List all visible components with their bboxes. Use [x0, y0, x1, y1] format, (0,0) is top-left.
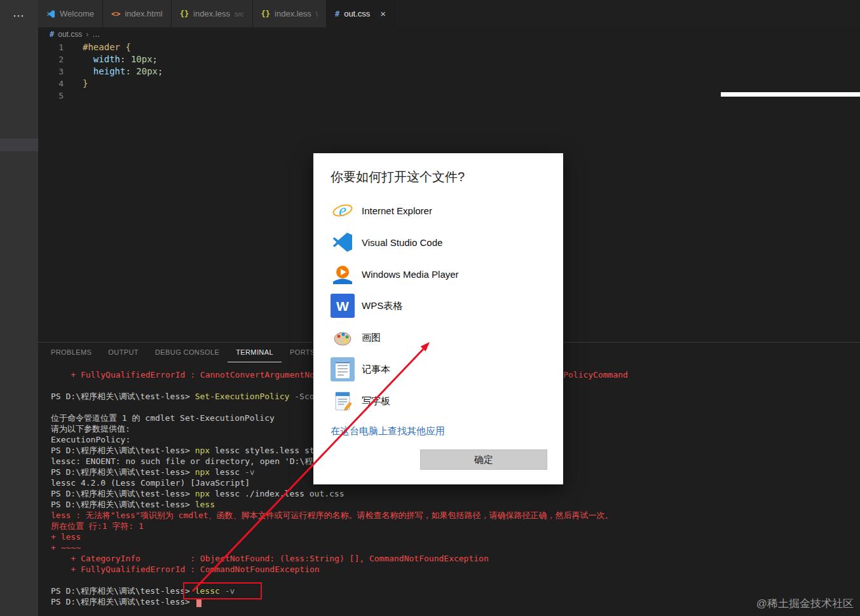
- panel-tab-problems[interactable]: PROBLEMS: [43, 344, 100, 362]
- wps-icon: W: [331, 294, 355, 318]
- app-option-wps[interactable]: WWPS表格: [313, 290, 563, 322]
- tab-label: index.html: [125, 9, 162, 18]
- terminal-line: [51, 575, 860, 585]
- svg-text:e: e: [339, 201, 346, 220]
- editor-line: 4}: [38, 78, 860, 90]
- line-number: 1: [38, 41, 64, 53]
- tab-index.html[interactable]: <>index.html: [103, 0, 172, 27]
- editor-line: 1#header {: [38, 41, 860, 53]
- editor-line: 2 width: 10px;: [38, 53, 860, 65]
- wmp-icon: [331, 262, 355, 286]
- chevron-right-icon: ›: [86, 30, 88, 39]
- tab-suffix: \: [316, 10, 318, 18]
- tab-label: out.css: [344, 9, 370, 18]
- app-option-ie[interactable]: eInternet Explorer: [313, 195, 563, 226]
- vscode-icon: [46, 10, 55, 18]
- code-text: height: 20px;: [64, 65, 163, 78]
- tab-index.less[interactable]: {}index.lesssrc: [172, 0, 253, 27]
- app-name: 画图: [362, 332, 381, 344]
- terminal-line: + FullyQualifiedErrorId : CommandNotFoun…: [51, 564, 860, 575]
- close-icon[interactable]: ×: [380, 8, 386, 19]
- editor-line: 3 height: 20px;: [38, 65, 860, 78]
- braces-icon: {}: [180, 10, 189, 18]
- terminal-line: + less: [51, 531, 860, 542]
- app-name: Internet Explorer: [362, 205, 432, 216]
- braces-icon: {}: [261, 10, 270, 18]
- editor-scrollbar[interactable]: [721, 92, 860, 97]
- html-icon: <>: [111, 10, 120, 18]
- ie-icon: e: [331, 198, 355, 222]
- wordpad-icon: [331, 389, 355, 413]
- terminal-line: PS D:\程序相关\调试\test-less>: [51, 596, 860, 607]
- tab-label: index.less: [275, 9, 311, 18]
- code-text: [64, 90, 83, 102]
- terminal-line: PS D:\程序相关\调试\test-less> lessc -v: [51, 585, 860, 596]
- app-name: 记事本: [362, 364, 390, 376]
- breadcrumb-more[interactable]: …: [92, 30, 100, 39]
- line-number: 4: [38, 78, 64, 90]
- tab-bar: Welcome<>index.html{}index.lesssrc{}inde…: [38, 0, 860, 27]
- app-list: eInternet ExplorerVisual Studio CodeWind…: [313, 195, 563, 417]
- line-number: 3: [38, 65, 64, 78]
- breadcrumb-file: out.css: [58, 30, 82, 39]
- terminal-line: less : 无法将"less"项识别为 cmdlet、函数、脚本文件或可运行程…: [51, 510, 860, 521]
- tab-label: index.less: [193, 9, 230, 18]
- terminal-line: PS D:\程序相关\调试\test-less> less: [51, 499, 860, 510]
- activity-bar-highlight: [0, 139, 38, 151]
- tab-label: Welcome: [60, 9, 94, 18]
- app-name: Windows Media Player: [362, 269, 459, 280]
- app-option-paint[interactable]: 画图: [313, 322, 563, 353]
- activity-bar: ⋯: [0, 0, 38, 616]
- tab-out.css[interactable]: #out.css×: [327, 0, 395, 27]
- terminal-line: PS D:\程序相关\调试\test-less> npx lessc ./ind…: [51, 488, 860, 499]
- css-file-icon: #: [50, 30, 54, 39]
- panel-tab-output[interactable]: OUTPUT: [100, 344, 147, 362]
- terminal-line: 所在位置 行:1 字符: 1: [51, 521, 860, 531]
- code-text: #header {: [64, 41, 131, 53]
- app-name: Visual Studio Code: [362, 237, 442, 248]
- app-option-notepad[interactable]: 记事本: [313, 353, 563, 385]
- tab-suffix: src: [235, 10, 244, 18]
- breadcrumb[interactable]: # out.css › …: [38, 27, 860, 41]
- app-option-vscode[interactable]: Visual Studio Code: [313, 226, 563, 258]
- app-option-wmp[interactable]: Windows Media Player: [313, 258, 563, 290]
- dialog-title: 你要如何打开这个文件?: [331, 168, 546, 186]
- app-option-wordpad[interactable]: 写字板: [313, 385, 563, 417]
- find-other-app-link[interactable]: 在这台电脑上查找其他应用: [331, 425, 546, 437]
- panel-tab-debug-console[interactable]: DEBUG CONSOLE: [147, 344, 228, 362]
- notepad-icon: [331, 357, 355, 381]
- tab-Welcome[interactable]: Welcome: [38, 0, 103, 27]
- terminal-line: + CategoryInfo : ObjectNotFound: (less:S…: [51, 553, 860, 564]
- watermark: @稀土掘金技术社区: [756, 596, 854, 611]
- paint-icon: [331, 325, 355, 350]
- code-text: }: [64, 78, 88, 90]
- app-name: 写字板: [362, 395, 390, 407]
- vscode-icon: [331, 230, 355, 254]
- terminal-line: + ~~~~: [51, 542, 860, 553]
- line-number: 5: [38, 90, 64, 102]
- css-icon: #: [335, 10, 339, 18]
- ok-button[interactable]: 确定: [420, 449, 547, 470]
- ellipsis-menu-icon[interactable]: ⋯: [0, 9, 38, 23]
- app-name: WPS表格: [362, 300, 402, 312]
- line-number: 2: [38, 53, 64, 65]
- open-with-dialog: 你要如何打开这个文件? eInternet ExplorerVisual Stu…: [313, 153, 563, 484]
- terminal-cursor: [196, 598, 201, 607]
- code-text: width: 10px;: [64, 53, 158, 65]
- svg-text:W: W: [336, 299, 349, 313]
- panel-tab-terminal[interactable]: TERMINAL: [228, 344, 282, 362]
- tab-index.less[interactable]: {}index.less\: [253, 0, 327, 27]
